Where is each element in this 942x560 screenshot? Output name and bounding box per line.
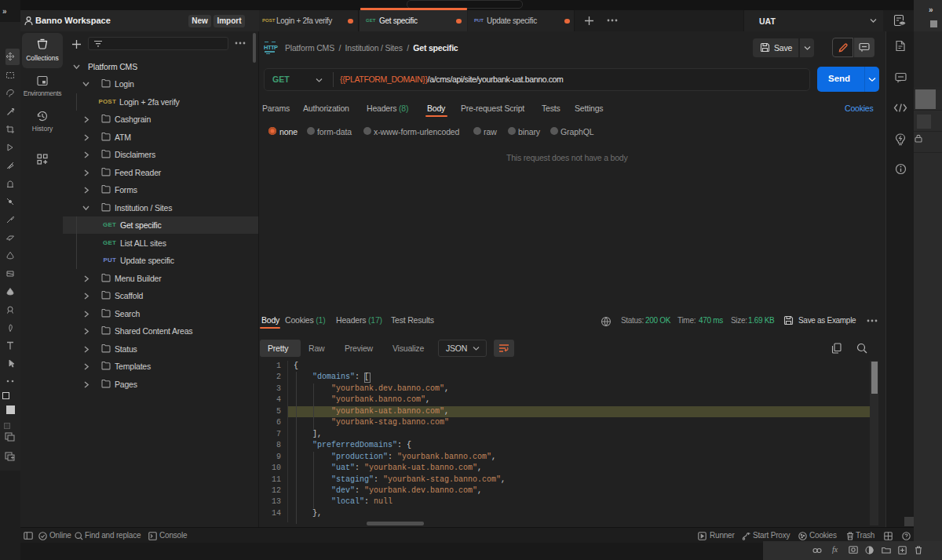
- svg-text:HTTP: HTTP: [264, 44, 278, 51]
